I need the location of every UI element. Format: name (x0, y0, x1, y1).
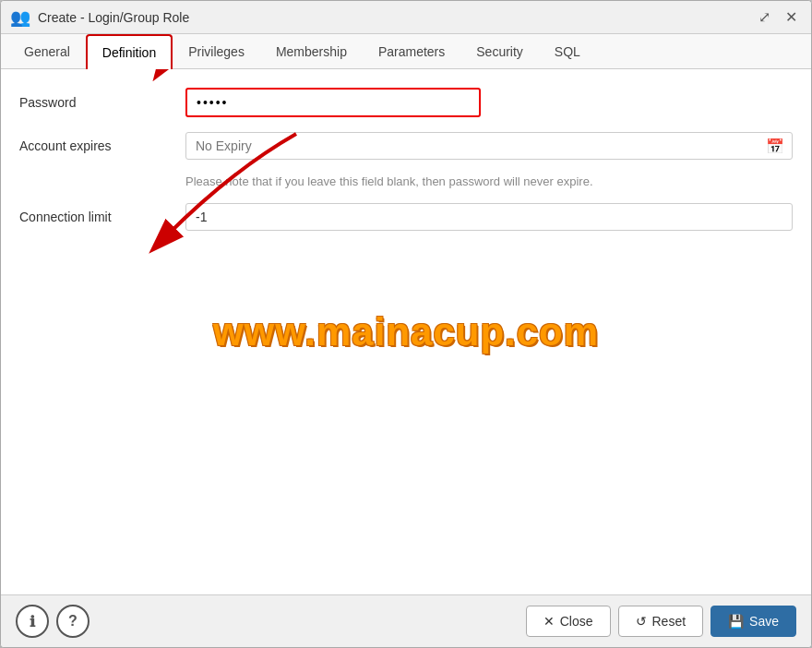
account-expires-label: Account expires (19, 138, 185, 153)
footer: ℹ ? ✕ Close ↺ Reset 💾 Save (1, 594, 811, 647)
tab-general[interactable]: General (8, 34, 86, 69)
tab-sql[interactable]: SQL (539, 34, 596, 69)
reset-icon: ↺ (636, 614, 647, 629)
save-label: Save (749, 614, 779, 629)
save-icon: 💾 (728, 614, 744, 629)
password-row: Password (19, 88, 793, 117)
footer-left: ℹ ? (16, 605, 90, 638)
close-button[interactable]: ✕ Close (526, 606, 611, 637)
password-label: Password (19, 95, 185, 110)
reset-button[interactable]: ↺ Reset (618, 606, 704, 637)
tab-security[interactable]: Security (460, 34, 539, 69)
tabs-bar: General Definition Privileges Membership… (1, 34, 811, 69)
maximize-button[interactable]: ⤢ (754, 6, 775, 28)
password-field (185, 88, 793, 117)
title-bar-right: ⤢ ✕ (754, 6, 802, 28)
password-input[interactable] (187, 90, 479, 115)
title-bar-left: 👥 Create - Login/Group Role (10, 7, 189, 28)
calendar-button[interactable]: 📅 (758, 134, 792, 159)
expires-hint: Please note that if you leave this field… (185, 174, 793, 188)
connection-limit-input[interactable] (185, 203, 793, 231)
connection-limit-label: Connection limit (19, 210, 185, 224)
account-expires-row: Account expires 📅 (19, 132, 793, 160)
dialog-title: Create - Login/Group Role (38, 10, 189, 25)
dialog-icon: 👥 (10, 7, 30, 28)
account-expires-input[interactable] (186, 133, 758, 159)
watermark: www.mainacup.com (213, 310, 599, 354)
expiry-input-wrap: 📅 (185, 132, 793, 160)
tab-membership[interactable]: Membership (260, 34, 363, 69)
save-button[interactable]: 💾 Save (710, 606, 796, 637)
close-dialog-button[interactable]: ✕ (781, 6, 802, 28)
footer-right: ✕ Close ↺ Reset 💾 Save (526, 606, 796, 637)
help-button[interactable]: ? (56, 605, 90, 638)
tab-parameters[interactable]: Parameters (363, 34, 460, 69)
close-icon: ✕ (543, 614, 555, 629)
reset-label: Reset (652, 614, 687, 629)
close-label: Close (560, 614, 593, 629)
tab-privileges[interactable]: Privileges (173, 34, 260, 69)
form-content: Password Account expires 📅 Please note t… (1, 69, 811, 594)
arrow-to-definition (56, 69, 259, 78)
password-input-wrap (185, 88, 481, 117)
info-button[interactable]: ℹ (16, 605, 49, 638)
connection-limit-field (185, 203, 793, 231)
create-dialog: 👥 Create - Login/Group Role ⤢ ✕ General … (0, 0, 812, 648)
account-expires-field: 📅 (185, 132, 793, 160)
tab-definition[interactable]: Definition (86, 34, 173, 69)
connection-limit-row: Connection limit (19, 203, 793, 231)
title-bar: 👥 Create - Login/Group Role ⤢ ✕ (1, 1, 811, 34)
